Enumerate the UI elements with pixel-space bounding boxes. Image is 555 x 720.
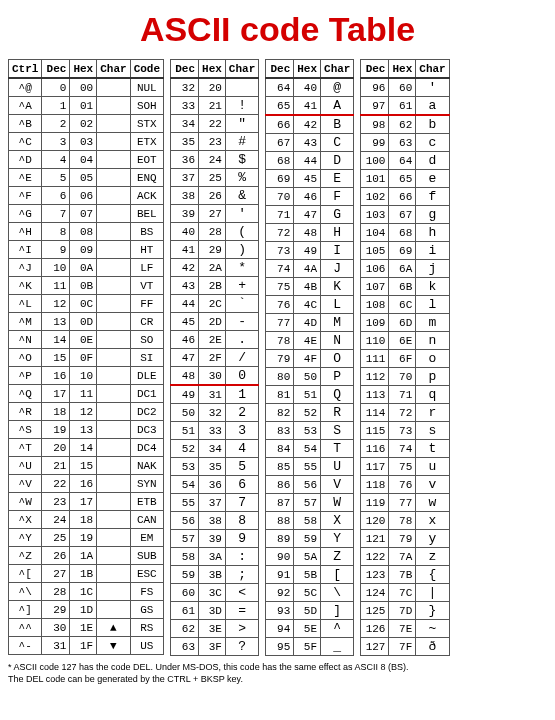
cell-code: CR: [130, 313, 163, 331]
cell-dec: 77: [266, 314, 294, 332]
cell-hex: 21: [199, 97, 226, 115]
cell-ctrl: ^X: [9, 511, 42, 529]
cell-ctrl: ^-: [9, 637, 42, 655]
cell-hex: 4C: [294, 296, 321, 314]
table-row: 3523#: [171, 133, 259, 151]
col-char: Char: [416, 60, 449, 79]
table-row: 784EN: [266, 332, 354, 350]
cell-char: t: [416, 440, 449, 458]
cell-code: NAK: [130, 457, 163, 475]
footnote-line-1: * ASCII code 127 has the code DEL. Under…: [8, 662, 547, 674]
table-row: 462E.: [171, 331, 259, 349]
cell-code: ENQ: [130, 169, 163, 187]
cell-char: $: [225, 151, 258, 169]
cell-hex: 29: [199, 241, 226, 259]
cell-code: SOH: [130, 97, 163, 115]
table-row: 8858X: [266, 512, 354, 530]
cell-hex: 7F: [389, 638, 416, 656]
cell-char: -: [225, 313, 258, 331]
cell-hex: 5A: [294, 548, 321, 566]
cell-dec: 17: [42, 385, 70, 403]
cell-dec: 117: [361, 458, 389, 476]
cell-dec: 90: [266, 548, 294, 566]
cell-dec: 91: [266, 566, 294, 584]
cell-dec: 85: [266, 458, 294, 476]
cell-dec: 69: [266, 170, 294, 188]
cell-char: v: [416, 476, 449, 494]
cell-char: [97, 277, 130, 295]
table-row: 8252R: [266, 404, 354, 422]
page-title: ASCII code Table: [8, 10, 547, 49]
cell-char: 1: [225, 385, 258, 404]
cell-hex: 31: [199, 385, 226, 404]
cell-hex: 0B: [70, 277, 97, 295]
table-row: ^A101SOH: [9, 97, 164, 115]
cell-ctrl: ^Z: [9, 547, 42, 565]
cell-char: [: [321, 566, 354, 584]
cell-dec: 48: [171, 367, 199, 386]
cell-code: DC2: [130, 403, 163, 421]
col-hex: Hex: [199, 60, 226, 79]
cell-char: [97, 601, 130, 619]
cell-char: Z: [321, 548, 354, 566]
cell-dec: 34: [171, 115, 199, 133]
cell-dec: 0: [42, 78, 70, 97]
cell-dec: 121: [361, 530, 389, 548]
cell-char: d: [416, 152, 449, 170]
cell-dec: 120: [361, 512, 389, 530]
cell-hex: 6B: [389, 278, 416, 296]
table-row: ^F606ACK: [9, 187, 164, 205]
cell-hex: 13: [70, 421, 97, 439]
table-row: ^K110BVT: [9, 277, 164, 295]
cell-dec: 30: [42, 619, 70, 637]
cell-hex: 5C: [294, 584, 321, 602]
table-row: 472F/: [171, 349, 259, 367]
cell-dec: 22: [42, 475, 70, 493]
table-row: 3220: [171, 78, 259, 97]
cell-hex: 6C: [389, 296, 416, 314]
cell-char: E: [321, 170, 354, 188]
table-row: ^P1610DLE: [9, 367, 164, 385]
cell-dec: 125: [361, 602, 389, 620]
cell-char: D: [321, 152, 354, 170]
cell-char: S: [321, 422, 354, 440]
cell-char: G: [321, 206, 354, 224]
table-row: 1267E~: [361, 620, 449, 638]
cell-code: CAN: [130, 511, 163, 529]
cell-char: [97, 583, 130, 601]
cell-hex: 77: [389, 494, 416, 512]
cell-char: [97, 205, 130, 223]
cell-hex: 3C: [199, 584, 226, 602]
cell-ctrl: ^Y: [9, 529, 42, 547]
cell-hex: 53: [294, 422, 321, 440]
cell-hex: 55: [294, 458, 321, 476]
table-row: 51333: [171, 422, 259, 440]
cell-dec: 96: [361, 78, 389, 97]
cell-dec: 46: [171, 331, 199, 349]
cell-char: [97, 313, 130, 331]
cell-code: DC3: [130, 421, 163, 439]
cell-code: SO: [130, 331, 163, 349]
cell-dec: 33: [171, 97, 199, 115]
cell-hex: 6E: [389, 332, 416, 350]
cell-code: BEL: [130, 205, 163, 223]
cell-dec: 57: [171, 530, 199, 548]
cell-char: [97, 115, 130, 133]
table-row: 10569i: [361, 242, 449, 260]
cell-char: 0: [225, 367, 258, 386]
cell-hex: 3A: [199, 548, 226, 566]
cell-char: [97, 223, 130, 241]
cell-dec: 99: [361, 134, 389, 152]
cell-code: EOT: [130, 151, 163, 169]
cell-ctrl: ^K: [9, 277, 42, 295]
cell-hex: 3B: [199, 566, 226, 584]
table-row: 1086Cl: [361, 296, 449, 314]
cell-hex: 05: [70, 169, 97, 187]
cell-char: *: [225, 259, 258, 277]
cell-char: [97, 403, 130, 421]
table-row: 3624$: [171, 151, 259, 169]
cell-char: .: [225, 331, 258, 349]
col-dec: Dec: [42, 60, 70, 79]
cell-char: 5: [225, 458, 258, 476]
cell-dec: 27: [42, 565, 70, 583]
